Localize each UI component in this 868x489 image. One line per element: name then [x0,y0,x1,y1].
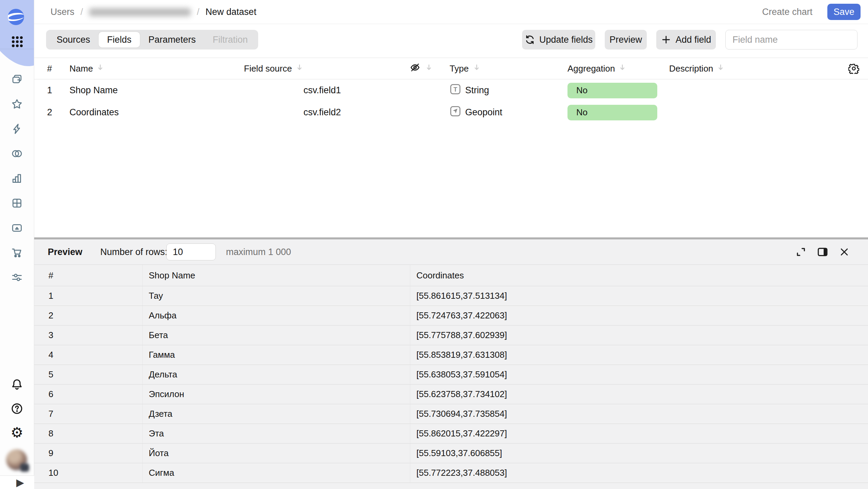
bell-icon [11,378,23,391]
preview-title: Preview [48,239,82,265]
field-name[interactable]: Coordinates [65,107,239,118]
preview-cell-index: 1 [34,286,143,306]
field-row: 1 Shop Name csv.field1 T String No [34,79,868,101]
preview-row: 1 Тау [55.861615,37.513134] [34,286,868,306]
preview-header-coordinates: Coordinates [410,265,868,286]
sort-arrow-icon[interactable] [425,63,433,74]
sidebar-item-editor[interactable] [9,121,24,136]
preview-close-button[interactable] [838,246,850,258]
preview-fullscreen-button[interactable] [795,246,807,258]
save-button[interactable]: Save [827,4,861,20]
expand-arrow-icon: ▶ [16,477,24,488]
preview-cell-index: 8 [34,424,143,443]
preview-header-index: # [34,265,143,286]
create-chart-link[interactable]: Create chart [762,0,812,24]
sidebar-item-charts[interactable] [9,171,24,186]
header-type[interactable]: Type [437,63,563,74]
notifications-button[interactable] [9,377,24,392]
field-name-search-input[interactable] [725,30,857,50]
breadcrumb-item-current: New dataset [206,7,256,17]
field-type-label: Geopoint [465,107,502,118]
preview-panel: Preview Number of rows: maximum 1 000 [34,237,868,489]
toolbar: Sources Fields Parameters Filtration Upd… [34,24,868,58]
hidden-eye-icon [410,62,420,75]
aggregation-pill[interactable]: No [567,83,657,98]
main-area: Users / / New dataset Create chart Save … [34,0,868,489]
apps-grid-icon [11,35,24,48]
close-icon [839,247,850,257]
sidebar: ⚙ ▶ [0,0,34,489]
topbar: Users / / New dataset Create chart Save [34,0,868,24]
gear-icon: ⚙ [11,425,23,440]
preview-toolbar: Preview Number of rows: maximum 1 000 [34,239,868,265]
preview-cell-index: 9 [34,444,143,463]
sidebar-item-marketplace[interactable] [9,245,24,260]
preview-table: # Shop Name Coordinates 1 Тау [55.861615… [34,265,868,483]
add-field-label: Add field [676,35,711,45]
field-source: csv.field1 [239,85,405,96]
two-circles-icon [11,148,23,159]
field-type-selector[interactable]: T String [437,83,563,97]
sort-arrow-icon[interactable] [717,63,725,74]
field-name[interactable]: Shop Name [65,85,239,96]
sidebar-item-connections[interactable] [9,146,24,161]
preview-cell-coords: [55.853819,37.631308] [410,345,868,365]
preview-cell-index: 5 [34,365,143,384]
help-button[interactable] [9,401,24,416]
sidebar-item-favorites[interactable] [9,97,24,112]
dashboard-grid-icon [11,197,23,209]
datalens-logo[interactable] [8,9,24,25]
refresh-icon [525,35,535,45]
field-type-selector[interactable]: Geopoint [437,105,563,119]
update-fields-label: Update fields [539,35,593,45]
breadcrumb-item-users[interactable]: Users [50,7,75,17]
preview-row: 4 Гамма [55.853819,37.631308] [34,345,868,365]
sort-arrow-icon[interactable] [96,63,104,74]
preview-row: 2 Альфа [55.724763,37.422063] [34,306,868,326]
header-description[interactable]: Description [664,63,830,74]
sort-arrow-icon[interactable] [473,63,481,74]
header-field-source[interactable]: Field source [239,63,405,74]
header-name[interactable]: Name [65,63,239,74]
table-settings-button[interactable] [830,63,868,74]
sidebar-item-services[interactable] [9,270,24,285]
preview-cell-index: 3 [34,326,143,345]
tab-fields[interactable]: Fields [99,32,140,47]
sort-arrow-icon[interactable] [618,63,626,74]
preview-dock-right-button[interactable] [817,246,829,258]
preview-cell-shop: Эта [143,424,410,443]
preview-cell-shop: Дельта [143,365,410,384]
preview-cell-index: 2 [34,306,143,325]
rows-count-input[interactable] [166,243,216,260]
preview-cell-coords: [55.775788,37.602939] [410,326,868,345]
update-fields-button[interactable]: Update fields [522,30,595,50]
sort-arrow-icon[interactable] [295,63,304,74]
sidebar-nav [0,72,34,285]
preview-cell-shop: Дзета [143,404,410,424]
add-field-button[interactable]: Add field [656,30,716,50]
user-avatar[interactable] [6,449,28,471]
preview-window-controls [795,239,850,265]
preview-cell-coords: [55.862015,37.422297] [410,424,868,443]
preview-row: 7 Дзета [55.730694,37.735854] [34,404,868,424]
preview-cell-coords: [55.861615,37.513134] [410,286,868,306]
tab-parameters[interactable]: Parameters [140,30,204,50]
sidebar-item-dashboards[interactable] [9,196,24,211]
header-aggregation[interactable]: Aggregation [563,63,664,74]
preview-toggle-button[interactable]: Preview [605,30,647,50]
preview-cell-shop: Альфа [143,306,410,325]
header-visibility[interactable] [405,62,437,75]
preview-row: 9 Йота [55.59103,37.606855] [34,444,868,463]
breadcrumb-separator: / [197,7,200,17]
sidebar-item-datasets[interactable] [9,220,24,235]
breadcrumb-item-blurred-email[interactable] [89,8,191,16]
apps-menu-button[interactable] [11,35,24,48]
aggregation-pill[interactable]: No [567,105,657,120]
tab-sources[interactable]: Sources [48,30,99,50]
preview-cell-shop: Сигма [143,463,410,483]
sidebar-expand-button[interactable]: ▶ [0,475,34,489]
preview-row: 10 Сигма [55.772223,37.488053] [34,463,868,483]
expand-icon [795,246,807,258]
sidebar-item-collections[interactable] [9,72,24,87]
settings-button[interactable]: ⚙ [9,425,24,440]
